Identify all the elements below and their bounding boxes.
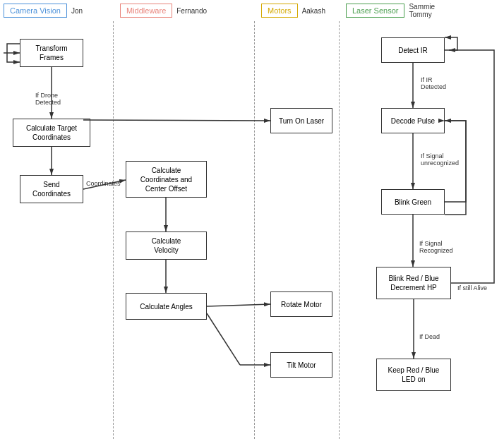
if-still-alive-label: If still Alive	[457, 284, 487, 291]
lane-motors-label: Motors	[261, 4, 298, 18]
lane-laser-persons: SammieTommy	[409, 3, 435, 18]
if-drone-label: If DroneDetected	[35, 92, 61, 106]
detect-ir-box: Detect IR	[381, 37, 445, 63]
svg-line-6	[83, 120, 270, 121]
lane-camera-person: Jon	[71, 7, 83, 15]
lane-middleware-label: Middleware	[120, 4, 172, 18]
if-ir-label: If IRDetected	[421, 76, 446, 90]
if-dead-label: If Dead	[419, 333, 440, 340]
lane-motors: Motors Aakash	[261, 0, 325, 21]
lane-camera-label: Camera Vision	[4, 4, 67, 18]
lane-middleware: Middleware Fernando	[120, 0, 207, 21]
if-unrecognized-label: If Signalunrecognized	[421, 152, 459, 167]
if-recognized-label: If SignalRecognized	[419, 240, 453, 254]
lane-motors-person: Aakash	[302, 7, 325, 15]
lane-middleware-person: Fernando	[176, 7, 207, 15]
blink-red-box: Blink Red / BlueDecrement HP	[376, 267, 451, 299]
calc-target-box: Calculate TargetCoordinates	[13, 119, 90, 147]
svg-line-9	[207, 304, 270, 306]
divider-3	[339, 21, 340, 439]
keep-red-box: Keep Red / BlueLED on	[376, 359, 451, 391]
rotate-motor-box: Rotate Motor	[270, 291, 332, 317]
decode-pulse-box: Decode Pulse	[381, 108, 445, 133]
coordinates-label: Coordinates	[86, 180, 121, 187]
calc-velocity-box: CalculateVelocity	[126, 231, 207, 260]
turn-on-laser-box: Turn On Laser	[270, 108, 332, 133]
blink-green-box: Blink Green	[381, 189, 445, 215]
lane-laser: Laser Sensor SammieTommy	[346, 0, 435, 21]
diagram: Camera Vision Jon Middleware Fernando Mo…	[0, 0, 504, 439]
svg-line-10	[207, 313, 240, 365]
tilt-motor-box: Tilt Motor	[270, 352, 332, 378]
lane-laser-label: Laser Sensor	[346, 4, 404, 18]
divider-1	[113, 21, 114, 439]
transform-frames-box: TransformFrames	[20, 39, 83, 67]
divider-2	[254, 21, 255, 439]
lane-camera: Camera Vision Jon	[4, 0, 83, 21]
send-coords-box: SendCoordinates	[20, 175, 83, 203]
calc-angles-box: Calculate Angles	[126, 293, 207, 320]
calc-coords-box: CalculateCoordinates andCenter Offset	[126, 161, 207, 198]
